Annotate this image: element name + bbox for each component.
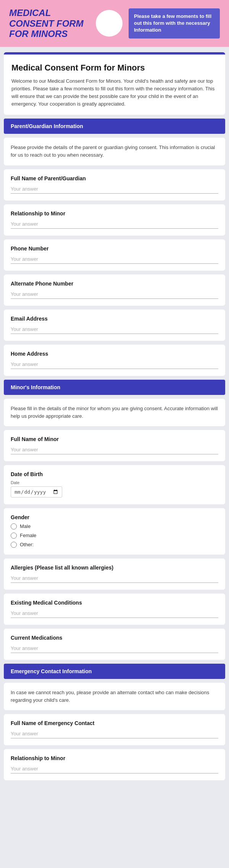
minor-info-description: Please fill in the details of the minor … (4, 399, 225, 426)
existing-conditions-input[interactable] (11, 609, 218, 618)
gender-other-radio[interactable] (11, 542, 17, 548)
current-medications-card: Current Medications (4, 629, 225, 660)
header-circle-icon (96, 10, 123, 37)
allergies-input[interactable] (11, 574, 218, 583)
header-title-block: MEDICAL CONSENT FORM FOR MINORS (9, 8, 90, 39)
parent-guardian-description: Please provide the details of the parent… (4, 138, 225, 165)
emergency-contact-section-header: Emergency Contact Information (4, 664, 225, 679)
page-title-section: Medical Consent Form for Minors Welcome … (4, 52, 225, 115)
relationship-minor-emergency-card: Relationship to Minor (4, 749, 225, 780)
relationship-minor-parent-label: Relationship to Minor (11, 210, 218, 217)
relationship-minor-emergency-input[interactable] (11, 764, 218, 773)
gender-card: Gender Male Female Other: (4, 508, 225, 555)
gender-label: Gender (11, 514, 218, 520)
current-medications-label: Current Medications (11, 635, 218, 641)
phone-number-input[interactable] (11, 255, 218, 264)
gender-male-radio[interactable] (11, 523, 17, 529)
home-address-input[interactable] (11, 360, 218, 369)
full-name-minor-label: Full Name of Minor (11, 436, 218, 442)
emergency-contact-description: In case we cannot reach you, please prov… (4, 683, 225, 710)
alternate-phone-label: Alternate Phone Number (11, 281, 218, 287)
header-banner: MEDICAL CONSENT FORM FOR MINORS Please t… (0, 0, 229, 47)
full-name-parent-input[interactable] (11, 185, 218, 194)
emergency-contact-name-input[interactable] (11, 729, 218, 738)
gender-radio-group: Male Female Other: (11, 523, 218, 548)
parent-guardian-section-header: Parent/Guardian Information (4, 119, 225, 134)
home-address-card: Home Address (4, 345, 225, 376)
relationship-minor-parent-card: Relationship to Minor (4, 204, 225, 236)
date-sub-label: Date (11, 480, 218, 485)
relationship-minor-emergency-label: Relationship to Minor (11, 755, 218, 761)
page-title: Medical Consent Form for Minors (11, 63, 218, 73)
gender-male-option[interactable]: Male (11, 523, 218, 529)
full-name-minor-input[interactable] (11, 445, 218, 454)
current-medications-input[interactable] (11, 644, 218, 653)
date-of-birth-card: Date of Birth Date (4, 465, 225, 504)
existing-conditions-card: Existing Medical Conditions (4, 594, 225, 625)
relationship-minor-parent-input[interactable] (11, 220, 218, 229)
gender-female-label: Female (20, 533, 36, 538)
gender-female-option[interactable]: Female (11, 533, 218, 539)
date-of-birth-label: Date of Birth (11, 471, 218, 477)
alternate-phone-input[interactable] (11, 290, 218, 299)
email-address-input[interactable] (11, 325, 218, 334)
allergies-card: Allergies (Please list all known allergi… (4, 558, 225, 590)
header-tagline: Please take a few moments to fill out th… (129, 8, 220, 39)
gender-male-label: Male (20, 523, 31, 529)
allergies-label: Allergies (Please list all known allergi… (11, 565, 218, 571)
phone-number-card: Phone Number (4, 239, 225, 271)
email-address-label: Email Address (11, 316, 218, 322)
alternate-phone-card: Alternate Phone Number (4, 274, 225, 306)
gender-female-radio[interactable] (11, 533, 17, 539)
full-name-minor-card: Full Name of Minor (4, 430, 225, 461)
email-address-card: Email Address (4, 310, 225, 341)
emergency-contact-name-label: Full Name of Emergency Contact (11, 720, 218, 726)
home-address-label: Home Address (11, 351, 218, 357)
full-name-parent-label: Full Name of Parent/Guardian (11, 175, 218, 181)
main-content: Medical Consent Form for Minors Welcome … (0, 52, 229, 796)
existing-conditions-label: Existing Medical Conditions (11, 600, 218, 606)
gender-other-option[interactable]: Other: (11, 542, 218, 548)
minor-info-section-header: Minor's Information (4, 380, 225, 395)
date-of-birth-input[interactable] (11, 486, 62, 497)
header-title: MEDICAL CONSENT FORM FOR MINORS (9, 8, 90, 39)
full-name-parent-card: Full Name of Parent/Guardian (4, 169, 225, 201)
phone-number-label: Phone Number (11, 245, 218, 252)
gender-other-label: Other: (20, 542, 34, 547)
page-description: Welcome to our Medical Consent Form for … (11, 77, 218, 108)
emergency-contact-name-card: Full Name of Emergency Contact (4, 714, 225, 745)
